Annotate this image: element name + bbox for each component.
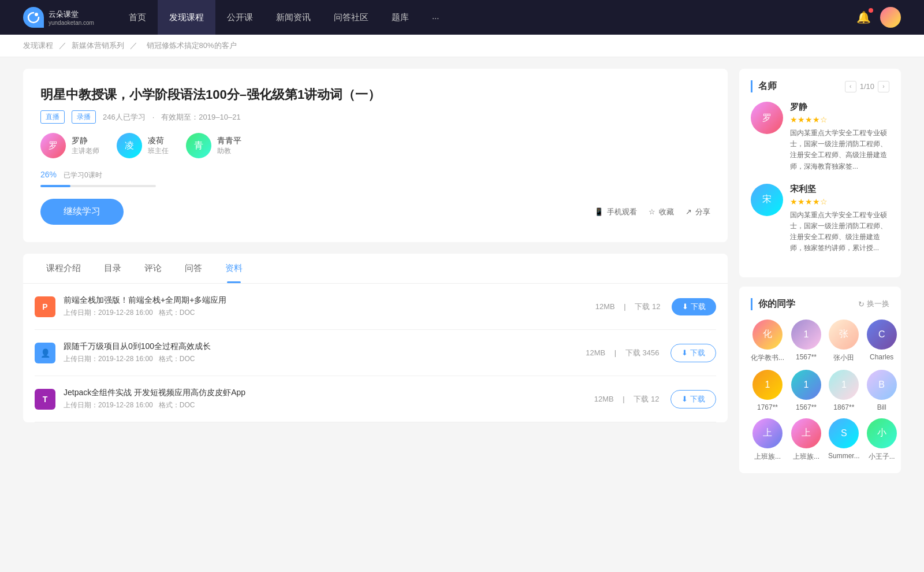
teachers-card-header: 名师 ‹ 1/10 ›	[751, 80, 889, 92]
tabs-header: 课程介绍目录评论问答资料	[23, 254, 728, 284]
classmate-name: 1767**	[751, 403, 784, 411]
teacher-card-name: 罗静	[790, 102, 889, 113]
teachers-list: 罗 罗静 主讲老师 凌 凌荷 班主任 青 青青平 助教	[40, 133, 710, 158]
classmate-name: 上班族...	[791, 452, 821, 462]
nav-item-公开课[interactable]: 公开课	[215, 0, 264, 35]
teacher-avatar: 青	[186, 133, 211, 158]
progress-label: 26%	[40, 170, 57, 179]
logo-icon	[23, 7, 44, 28]
main-content: 明星中教授课，小学阶段语法100分–强化级第1讲动词（一） 直播 录播 246人…	[0, 57, 924, 494]
nav-item-首页[interactable]: 首页	[117, 0, 158, 35]
resource-list: P 前端全栈加强版！前端全栈+全周期+多端应用 上传日期：2019-12-28 …	[23, 284, 728, 422]
classmate-name: 1567**	[791, 403, 821, 411]
refresh-classmates-button[interactable]: ↻ 换一换	[858, 299, 889, 309]
teachers-cards-list: 罗 罗静 ★★★★☆ 国内某重点大学安全工程专业硕士，国家一级注册消防工程师、注…	[751, 102, 889, 254]
right-panel: 名师 ‹ 1/10 › 罗 罗静 ★★★★☆ 国内某重点大学安全工程专业硕士，国…	[739, 69, 901, 482]
pagination-label: 1/10	[860, 82, 874, 91]
phone-watch-label: 手机观看	[607, 207, 637, 217]
resource-meta: 上传日期：2019-12-28 16:00 格式：DOC	[64, 400, 583, 410]
logo[interactable]: 云朵课堂 yundaoketan.com	[23, 7, 94, 28]
resource-info: Jetpack全组件实战 开发短视频应用高仿皮皮虾App 上传日期：2019-1…	[64, 388, 583, 410]
resource-size: 12MB	[594, 395, 614, 403]
tab-目录[interactable]: 目录	[92, 254, 133, 283]
classmate[interactable]: 上 上班族...	[791, 418, 821, 462]
nav-items: 首页发现课程公开课新闻资讯问答社区题库···	[117, 0, 856, 35]
tab-课程介绍[interactable]: 课程介绍	[35, 254, 92, 283]
teachers-card-title: 名师	[751, 80, 777, 92]
classmate[interactable]: 上 上班族...	[751, 418, 784, 462]
teacher-detail-card: 宋 宋利坚 ★★★★☆ 国内某重点大学安全工程专业硕士，国家一级注册消防工程师、…	[751, 184, 889, 254]
navbar: 云朵课堂 yundaoketan.com 首页发现课程公开课新闻资讯问答社区题库…	[0, 0, 924, 35]
continue-button[interactable]: 继续学习	[40, 199, 124, 225]
student-count: 246人已学习	[103, 112, 146, 122]
classmates-header: 你的同学 ↻ 换一换	[751, 298, 889, 310]
classmate-avatar: 上	[791, 418, 821, 448]
teacher-role: 主讲老师	[72, 146, 99, 156]
resource-stats: 12MB | 下载 12	[592, 302, 664, 312]
classmate[interactable]: B Bill	[867, 370, 897, 411]
classmate[interactable]: 小 小王子...	[867, 418, 897, 462]
classmate[interactable]: 张 张小田	[828, 320, 860, 363]
breadcrumb-link-discover[interactable]: 发现课程	[23, 41, 53, 50]
classmate-name: 小王子...	[867, 452, 897, 462]
nav-right: 🔔	[856, 7, 901, 28]
resource-downloads: 下载 12	[634, 395, 659, 403]
phone-watch-button[interactable]: 📱 手机观看	[594, 207, 637, 217]
resource-info: 跟随千万级项目从0到100全过程高效成长 上传日期：2019-12-28 16:…	[64, 341, 574, 364]
share-button[interactable]: ↗ 分享	[685, 207, 710, 217]
course-title: 明星中教授课，小学阶段语法100分–强化级第1讲动词（一）	[40, 86, 710, 103]
refresh-label: 换一换	[867, 299, 889, 309]
breadcrumb-link-series[interactable]: 新媒体营销系列	[72, 41, 124, 50]
share-icon: ↗	[685, 207, 692, 216]
bell-icon[interactable]: 🔔	[856, 10, 871, 24]
resource-size: 12MB	[586, 348, 605, 357]
teacher-罗静: 罗 罗静 主讲老师	[40, 133, 99, 158]
classmate[interactable]: 化 化学教书...	[751, 320, 784, 363]
teacher-card-avatar: 宋	[751, 184, 783, 216]
download-button[interactable]: ⬇ 下载	[670, 344, 716, 362]
download-button[interactable]: ⬇ 下载	[670, 390, 716, 408]
classmate-avatar: 张	[829, 320, 859, 350]
course-actions: 继续学习 📱 手机观看 ☆ 收藏 ↗ 分享	[40, 199, 710, 225]
teacher-凌荷: 凌 凌荷 班主任	[117, 133, 169, 158]
nav-item-新闻资讯[interactable]: 新闻资讯	[264, 0, 322, 35]
nav-item-问答社区[interactable]: 问答社区	[322, 0, 380, 35]
meta-dot: ·	[152, 113, 155, 121]
teacher-card-desc: 国内某重点大学安全工程专业硕士，国家一级注册消防工程师、注册安全工程师、高级注册…	[790, 128, 889, 172]
classmate[interactable]: 1 1867**	[828, 370, 860, 411]
notification-badge	[869, 8, 873, 13]
classmate-avatar: S	[829, 418, 859, 448]
classmate[interactable]: 1 1567**	[791, 320, 821, 363]
nav-item-发现课程[interactable]: 发现课程	[158, 0, 215, 35]
classmate-avatar: B	[867, 370, 897, 400]
progress-bar-container	[40, 185, 710, 187]
resource-type-icon: T	[35, 389, 55, 410]
nav-item-题库[interactable]: 题库	[380, 0, 420, 35]
user-avatar[interactable]	[880, 7, 901, 28]
logo-text: 云朵课堂	[49, 9, 94, 20]
collect-button[interactable]: ☆ 收藏	[649, 207, 674, 217]
classmate[interactable]: 1 1767**	[751, 370, 784, 411]
progress-bar-fill	[40, 185, 70, 187]
resource-meta: 上传日期：2019-12-28 16:00 格式：DOC	[64, 354, 574, 364]
classmate-name: 化学教书...	[751, 353, 784, 363]
classmate[interactable]: 1 1567**	[791, 370, 821, 411]
next-teacher-button[interactable]: ›	[878, 81, 889, 92]
tab-问答[interactable]: 问答	[173, 254, 214, 283]
classmate-name: Summer...	[828, 452, 860, 460]
star-icon: ☆	[649, 207, 655, 216]
classmate[interactable]: S Summer...	[828, 418, 860, 462]
classmate-avatar: 上	[752, 418, 783, 448]
download-button[interactable]: ⬇ 下载	[672, 298, 716, 315]
tabs-card: 课程介绍目录评论问答资料 P 前端全栈加强版！前端全栈+全周期+多端应用 上传日…	[23, 254, 728, 422]
resource-stats: 12MB | 下载 3456	[582, 348, 662, 358]
svg-point-0	[35, 13, 38, 16]
tab-资料[interactable]: 资料	[214, 254, 254, 283]
nav-item-···[interactable]: ···	[420, 0, 451, 35]
prev-teacher-button[interactable]: ‹	[845, 81, 856, 92]
classmate[interactable]: C Charles	[867, 320, 897, 363]
tab-评论[interactable]: 评论	[133, 254, 173, 283]
teacher-avatar: 罗	[40, 133, 66, 158]
classmates-grid: 化 化学教书... 1 1567** 张 张小田 C Charles 1 176…	[751, 320, 889, 462]
classmate-avatar: 1	[791, 320, 821, 350]
